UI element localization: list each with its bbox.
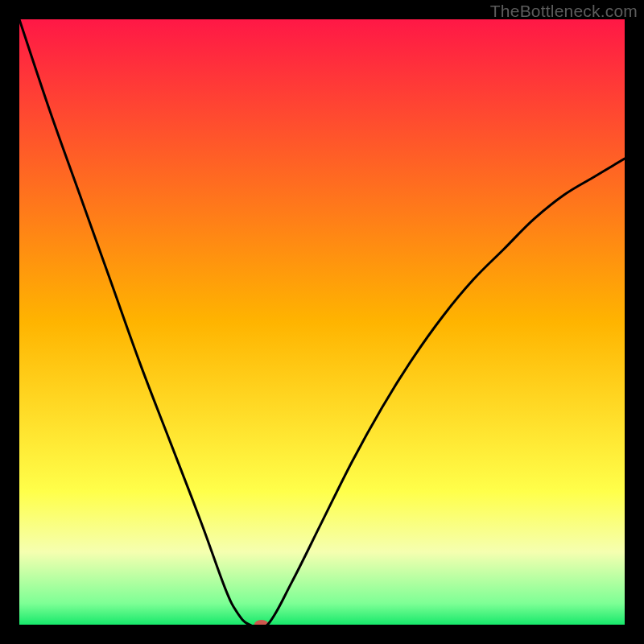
bottleneck-chart <box>19 19 625 625</box>
chart-frame: TheBottleneck.com <box>0 0 644 644</box>
watermark-text: TheBottleneck.com <box>490 2 638 21</box>
plot-area <box>19 19 625 625</box>
gradient-background <box>19 19 625 625</box>
